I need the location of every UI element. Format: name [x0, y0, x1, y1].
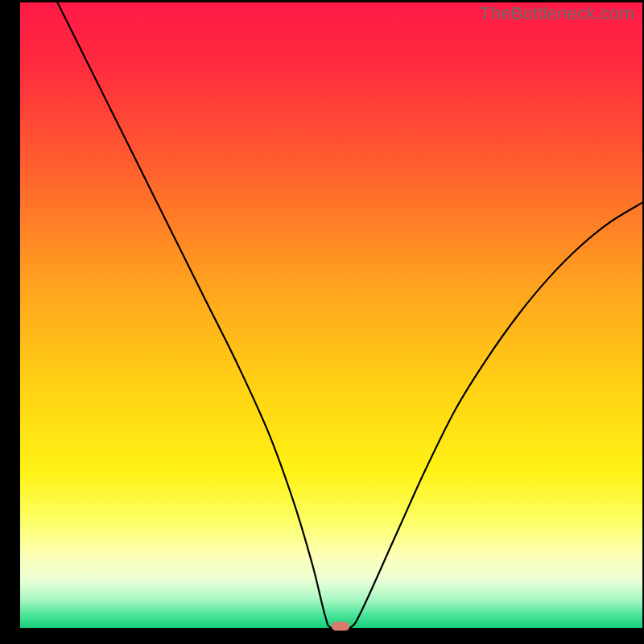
bottleneck-chart	[0, 0, 644, 644]
plot-gradient-background	[20, 2, 642, 628]
chart-stage: TheBottleneck.com	[0, 0, 644, 644]
watermark-text: TheBottleneck.com	[480, 3, 634, 24]
optimum-marker	[332, 622, 349, 631]
